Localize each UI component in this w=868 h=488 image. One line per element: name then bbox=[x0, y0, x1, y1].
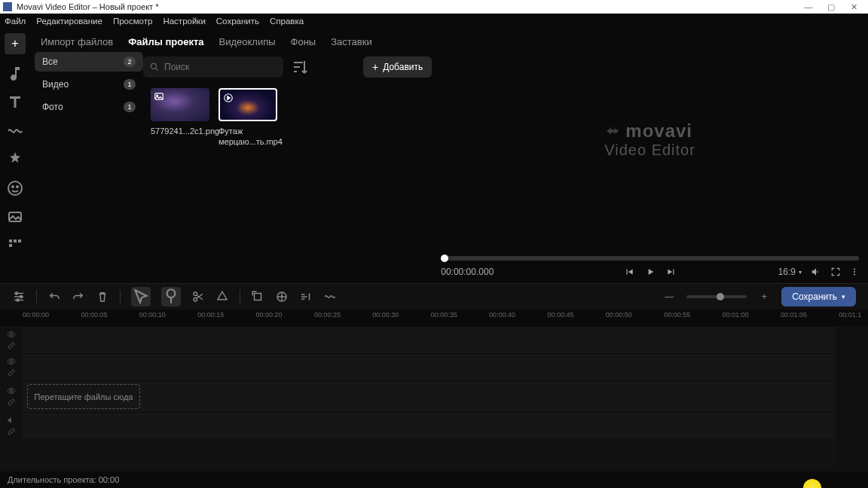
status-bar: Длительность проекта: 00:00 bbox=[0, 471, 868, 488]
category-photo[interactable]: Фото 1 bbox=[35, 97, 143, 117]
file-name: Футаж мерцаю...ть.mp4 bbox=[219, 126, 279, 148]
prev-frame-button[interactable] bbox=[624, 267, 634, 277]
logo-product: Video Editor bbox=[604, 142, 695, 159]
audio-icon[interactable] bbox=[7, 416, 16, 425]
track-row-overlay[interactable] bbox=[23, 326, 835, 353]
minimize-button[interactable]: — bbox=[797, 0, 820, 14]
ruler-tick: 00:00:05 bbox=[81, 311, 107, 319]
watermark-logo: movavi Video Editor bbox=[604, 120, 695, 159]
select-tool[interactable] bbox=[131, 287, 151, 307]
logo-icon bbox=[604, 123, 621, 139]
more-icon[interactable] bbox=[6, 236, 24, 255]
eye-icon[interactable] bbox=[7, 386, 16, 395]
marker-tool[interactable] bbox=[161, 287, 181, 307]
category-all[interactable]: Все 2 bbox=[35, 52, 143, 72]
category-video[interactable]: Видео 1 bbox=[35, 75, 143, 94]
fullscreen-button[interactable] bbox=[830, 267, 841, 277]
search-input[interactable] bbox=[164, 62, 277, 72]
category-list: Все 2 Видео 1 Фото 1 bbox=[30, 52, 143, 283]
crop-button[interactable] bbox=[215, 290, 229, 303]
split-button[interactable] bbox=[191, 290, 205, 303]
tab-intros[interactable]: Заставки bbox=[331, 36, 371, 47]
svg-rect-6 bbox=[18, 239, 21, 242]
file-name: 5779241...2c1.png bbox=[151, 126, 211, 136]
menu-settings[interactable]: Настройки bbox=[163, 17, 205, 26]
ruler-tick: 00:00:30 bbox=[372, 311, 399, 319]
menu-help[interactable]: Справка bbox=[270, 17, 304, 26]
tab-project-files[interactable]: Файлы проекта bbox=[128, 36, 203, 47]
image-icon bbox=[154, 91, 164, 102]
seek-bar[interactable] bbox=[441, 256, 859, 261]
more-options-button[interactable] bbox=[850, 267, 859, 277]
track-row-title[interactable] bbox=[23, 353, 835, 380]
effects-icon[interactable] bbox=[6, 151, 24, 169]
timeline-tracks: Перетащите файлы сюда bbox=[0, 326, 868, 471]
svg-rect-4 bbox=[9, 239, 12, 242]
aspect-ratio-select[interactable]: 16:9 ▾ bbox=[778, 267, 802, 277]
menu-file[interactable]: Файл bbox=[5, 17, 26, 26]
audio-meter bbox=[838, 326, 868, 471]
zoom-out-button[interactable]: — bbox=[662, 290, 676, 303]
text-icon[interactable] bbox=[6, 93, 24, 111]
stickers-icon[interactable] bbox=[6, 179, 24, 197]
seek-thumb[interactable] bbox=[441, 255, 448, 262]
undo-button[interactable] bbox=[47, 290, 61, 303]
chevron-down-icon: ▾ bbox=[799, 269, 802, 276]
svg-point-16 bbox=[20, 296, 23, 298]
play-button[interactable] bbox=[645, 267, 656, 277]
zoom-thumb[interactable] bbox=[717, 293, 724, 300]
zoom-in-button[interactable]: + bbox=[757, 290, 771, 303]
volume-button[interactable] bbox=[811, 267, 821, 277]
link-icon[interactable] bbox=[7, 368, 16, 377]
svg-point-8 bbox=[151, 63, 156, 69]
file-thumbnail[interactable] bbox=[151, 88, 209, 121]
stabilize-button[interactable] bbox=[323, 290, 337, 303]
ruler-tick: 00:00:00 bbox=[23, 311, 49, 319]
tab-backgrounds[interactable]: Фоны bbox=[291, 36, 316, 47]
link-icon[interactable] bbox=[7, 427, 16, 436]
add-button-label: Добавить bbox=[383, 62, 423, 72]
track-row-audio[interactable] bbox=[23, 412, 835, 439]
svg-point-23 bbox=[11, 333, 13, 335]
music-icon[interactable] bbox=[6, 65, 24, 83]
title-bar: Movavi Video Editor – Новый проект * — ▢… bbox=[0, 0, 868, 14]
rotate-button[interactable] bbox=[251, 290, 264, 303]
menu-view[interactable]: Просмотр bbox=[113, 17, 153, 26]
search-input-wrapper[interactable] bbox=[143, 56, 283, 78]
speed-button[interactable] bbox=[299, 290, 313, 303]
timeline-ruler[interactable]: 00:00:0000:00:0500:00:1000:00:1500:00:20… bbox=[0, 310, 868, 326]
transitions-icon[interactable] bbox=[6, 122, 24, 140]
menu-edit[interactable]: Редактирование bbox=[36, 17, 102, 26]
track-row-video[interactable]: Перетащите файлы сюда bbox=[23, 380, 835, 412]
track-headers bbox=[0, 326, 23, 471]
svg-point-2 bbox=[17, 186, 18, 188]
elements-icon[interactable] bbox=[6, 208, 24, 226]
export-button[interactable]: Сохранить ▾ bbox=[781, 287, 856, 307]
ruler-tick: 00:01:00 bbox=[723, 311, 749, 319]
sort-button[interactable] bbox=[291, 58, 309, 76]
tab-videoclips[interactable]: Видеоклипы bbox=[219, 36, 275, 47]
import-button[interactable]: + bbox=[5, 33, 26, 54]
tab-import[interactable]: Импорт файлов bbox=[41, 36, 113, 47]
redo-button[interactable] bbox=[72, 290, 85, 303]
add-button[interactable]: + Добавить bbox=[363, 56, 432, 78]
file-thumbnail[interactable] bbox=[219, 88, 277, 121]
svg-point-13 bbox=[854, 271, 855, 273]
eye-icon[interactable] bbox=[7, 357, 16, 366]
delete-button[interactable] bbox=[96, 290, 109, 303]
ruler-tick: 00:00:40 bbox=[489, 311, 515, 319]
color-button[interactable] bbox=[275, 290, 289, 303]
svg-point-18 bbox=[167, 289, 176, 297]
menu-save[interactable]: Сохранить bbox=[216, 17, 259, 26]
zoom-slider[interactable] bbox=[686, 295, 747, 298]
next-frame-button[interactable] bbox=[666, 267, 677, 277]
link-icon[interactable] bbox=[7, 398, 16, 407]
file-item[interactable]: Футаж мерцаю...ть.mp4 bbox=[219, 88, 279, 148]
close-button[interactable]: ✕ bbox=[842, 0, 865, 14]
timeline-settings-icon[interactable] bbox=[12, 290, 26, 303]
file-item[interactable]: 5779241...2c1.png bbox=[151, 88, 211, 136]
eye-icon[interactable] bbox=[7, 330, 16, 339]
svg-rect-7 bbox=[9, 244, 12, 247]
link-icon[interactable] bbox=[7, 341, 16, 350]
maximize-button[interactable]: ▢ bbox=[820, 0, 842, 14]
